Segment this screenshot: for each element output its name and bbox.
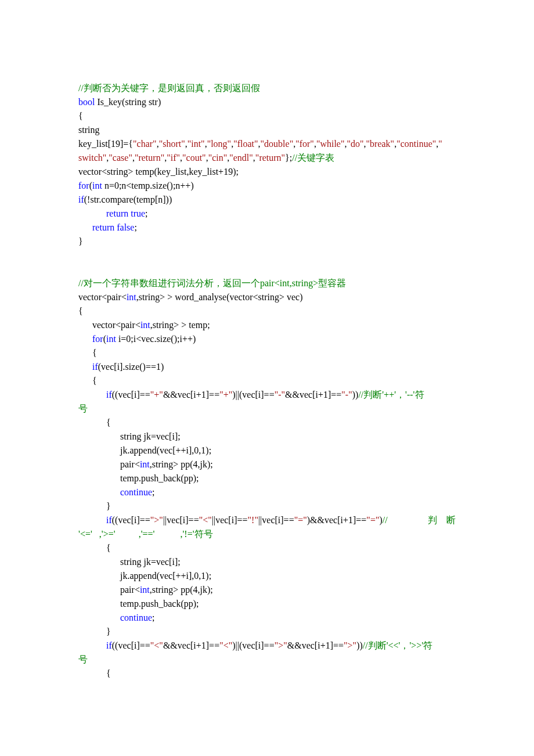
code-token: }; bbox=[285, 153, 292, 163]
code-token: "for" bbox=[295, 139, 314, 149]
code-line: jk.append(vec[++i],0,1); bbox=[78, 444, 456, 458]
code-line: pair<int,string> pp(4,jk); bbox=[78, 458, 456, 471]
code-token: ; bbox=[152, 487, 154, 497]
code-line: { bbox=[78, 109, 456, 123]
code-token bbox=[78, 362, 92, 372]
code-token: "=" bbox=[294, 515, 307, 525]
code-token: vector<pair< bbox=[78, 320, 140, 330]
code-token: "continue" bbox=[396, 139, 436, 149]
code-line: continue; bbox=[78, 611, 456, 625]
code-token: ; bbox=[145, 208, 147, 218]
code-token: continue bbox=[120, 487, 152, 497]
code-line: return false; bbox=[78, 221, 456, 235]
code-token: false bbox=[117, 222, 134, 232]
code-token: ">" bbox=[344, 640, 356, 650]
code-token: (vec[i].size()==1) bbox=[98, 362, 164, 372]
code-token: &&vec[i+1]== bbox=[285, 390, 341, 399]
code-token bbox=[78, 613, 120, 622]
code-token: 号 bbox=[78, 404, 88, 413]
code-line: vector<pair<int,string> > word_analyse(v… bbox=[78, 290, 456, 304]
code-token: } bbox=[78, 236, 83, 246]
code-token: string jk=vec[i]; bbox=[78, 431, 181, 441]
code-token: ||vec[i]== bbox=[258, 515, 294, 525]
code-line bbox=[78, 262, 456, 276]
code-line: for(int i=0;i<vec.size();i++) bbox=[78, 332, 456, 346]
code-line: } bbox=[78, 499, 456, 513]
code-token: " bbox=[438, 139, 442, 149]
code-token bbox=[78, 334, 92, 344]
code-line: bool Is_key(string str) bbox=[78, 95, 456, 109]
code-line: { bbox=[78, 541, 456, 555]
code-token: )||(vec[i]== bbox=[232, 640, 274, 650]
code-token bbox=[78, 487, 120, 497]
code-token: bool bbox=[78, 97, 95, 107]
code-line: temp.push_back(pp); bbox=[78, 471, 456, 485]
code-line: switch","case","return","if","cout","cin… bbox=[78, 151, 456, 165]
code-token: "if" bbox=[167, 153, 180, 163]
code-line: vector<pair<int,string> > temp; bbox=[78, 318, 456, 332]
code-token: ((vec[i]== bbox=[112, 515, 150, 525]
code-line: jk.append(vec[++i],0,1); bbox=[78, 569, 456, 583]
code-token: i=0;i<vec.size();i++) bbox=[116, 334, 196, 344]
code-token: "double" bbox=[261, 139, 294, 149]
code-token: { bbox=[78, 543, 111, 553]
code-token: )) bbox=[356, 640, 363, 650]
code-token: ((vec[i]== bbox=[112, 390, 150, 399]
code-line: temp.push_back(pp); bbox=[78, 597, 456, 611]
code-token: //判断否为关键字，是则返回真，否则返回假 bbox=[78, 83, 260, 93]
code-token: vector<string> temp(key_list,key_list+19… bbox=[78, 167, 239, 177]
code-token: "char" bbox=[133, 139, 157, 149]
code-token: )||(vec[i]== bbox=[232, 390, 274, 399]
code-token: "endl" bbox=[229, 153, 253, 163]
code-token bbox=[78, 208, 106, 218]
code-line: } bbox=[78, 235, 456, 249]
code-token: '<=' ,'>=' ,'==' ,'!='符号 bbox=[78, 529, 213, 539]
code-token: )) bbox=[352, 390, 359, 399]
code-token: int bbox=[92, 181, 102, 190]
code-line: 号 bbox=[78, 653, 456, 667]
code-token: vector<pair< bbox=[78, 292, 127, 302]
code-token: return bbox=[106, 208, 128, 218]
code-token bbox=[78, 264, 81, 274]
code-token: int bbox=[140, 459, 150, 469]
code-token: n=0;n<temp.size();n++) bbox=[102, 181, 194, 190]
code-token bbox=[78, 640, 106, 650]
code-token: "while" bbox=[316, 139, 345, 149]
code-line: if((vec[i]==">"||vec[i]=="<"||vec[i]=="!… bbox=[78, 513, 456, 527]
code-token: "return" bbox=[255, 153, 285, 163]
code-token: "float" bbox=[233, 139, 258, 149]
code-token: "+" bbox=[150, 390, 163, 399]
code-line: { bbox=[78, 304, 456, 318]
code-token: "break" bbox=[366, 139, 395, 149]
code-line: { bbox=[78, 416, 456, 430]
code-token: "=" bbox=[366, 515, 379, 525]
code-line: } bbox=[78, 625, 456, 639]
code-token: "!" bbox=[248, 515, 258, 525]
code-token: true bbox=[131, 208, 145, 218]
code-token: "<" bbox=[219, 640, 232, 650]
code-token: pair< bbox=[78, 459, 140, 469]
code-token: "return" bbox=[135, 153, 164, 163]
code-line: key_list[19]={"char","short","int","long… bbox=[78, 137, 456, 151]
code-token: "do" bbox=[347, 139, 363, 149]
code-token: jk.append(vec[++i],0,1); bbox=[78, 445, 211, 455]
code-token: for bbox=[78, 181, 89, 190]
code-token: int bbox=[140, 320, 150, 330]
code-line: continue; bbox=[78, 485, 456, 499]
code-token: "-" bbox=[341, 390, 352, 399]
code-token: { bbox=[78, 668, 111, 678]
code-token: continue bbox=[120, 613, 152, 622]
code-line: { bbox=[78, 667, 456, 681]
code-token: { bbox=[78, 348, 97, 358]
code-token: int bbox=[106, 334, 116, 344]
code-token bbox=[78, 390, 106, 399]
code-token: &&vec[i+1]== bbox=[163, 640, 219, 650]
code-token: ; bbox=[134, 222, 136, 232]
code-token: { bbox=[78, 306, 83, 316]
code-line: //判断否为关键字，是则返回真，否则返回假 bbox=[78, 81, 456, 95]
code-page: //判断否为关键字，是则返回真，否则返回假bool Is_key(string … bbox=[0, 0, 534, 756]
code-line: string jk=vec[i]; bbox=[78, 555, 456, 569]
code-token: ((vec[i]== bbox=[112, 640, 150, 650]
code-token: "case" bbox=[109, 153, 132, 163]
code-token: ,string> > word_analyse(vector<string> v… bbox=[136, 292, 303, 302]
